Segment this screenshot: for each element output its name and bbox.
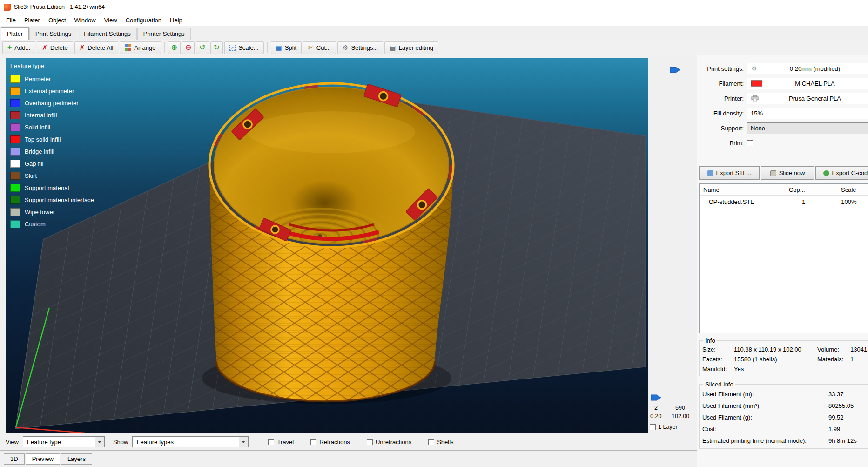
support-dropdown[interactable]: None — [747, 122, 868, 134]
menu-file[interactable]: File — [2, 14, 20, 26]
menu-view[interactable]: View — [100, 14, 121, 26]
slice-now-button[interactable]: Slice now — [761, 166, 814, 180]
retractions-label: Retractions — [319, 439, 350, 446]
legend-item-bridge-infill: Bridge infill — [10, 145, 94, 157]
sliced-info-group: Sliced Info Used Filament (m): 33.37 Use… — [699, 381, 868, 449]
object-list-header: Name Cop... Scale — [700, 184, 868, 196]
split-button[interactable]: ▦ Split — [271, 41, 302, 54]
3d-scene[interactable] — [6, 58, 648, 433]
legend-label: Solid infill — [25, 124, 50, 131]
legend-item-perimeter: Perimeter — [10, 73, 94, 85]
export-gcode-button[interactable]: Export G-code — [815, 166, 868, 180]
facets-value: 15580 (1 shells) — [734, 356, 817, 363]
shells-checkbox-box[interactable] — [428, 439, 434, 445]
layer-slider-upper-handle[interactable] — [670, 66, 681, 74]
one-layer-checkbox-box[interactable] — [650, 424, 656, 430]
legend-swatch — [10, 184, 20, 192]
legend-item-support-material: Support material — [10, 182, 94, 194]
scale-arrow-glyph: ↗ — [231, 45, 235, 50]
shells-checkbox[interactable]: Shells — [428, 439, 453, 446]
viewport-3d[interactable]: Feature type Perimeter External perimete… — [6, 58, 648, 433]
legend-title: Feature type — [10, 62, 94, 69]
retractions-checkbox-box[interactable] — [310, 439, 316, 445]
used-filament-mm3-label: Used Filament (mm³): — [702, 402, 828, 409]
menu-plater[interactable]: Plater — [20, 14, 44, 26]
menu-object[interactable]: Object — [44, 14, 70, 26]
sliced-row-filament-m: Used Filament (m): 33.37 — [702, 388, 868, 400]
tab-plater[interactable]: Plater — [1, 27, 29, 40]
tab-print-settings[interactable]: Print Settings — [29, 28, 77, 40]
window-title: Slic3r Prusa Edition - 1.41.2+win64 — [14, 4, 105, 10]
menubar: File Plater Object Window View Configura… — [0, 14, 868, 26]
menu-configuration[interactable]: Configuration — [121, 14, 166, 26]
add-instance-button[interactable]: ⊕ — [168, 41, 181, 54]
view-dropdown[interactable]: Feature type — [23, 436, 105, 447]
column-header-copies[interactable]: Cop... — [785, 184, 822, 195]
facets-label: Facets: — [702, 356, 734, 363]
scale-label: Scale... — [238, 44, 258, 51]
show-dropdown[interactable]: Feature types — [132, 436, 249, 447]
tab-preview[interactable]: Preview — [26, 453, 60, 465]
unretractions-checkbox[interactable]: Unretractions — [367, 439, 411, 446]
one-layer-checkbox[interactable]: 1 Layer — [650, 424, 678, 430]
tab-3d[interactable]: 3D — [4, 453, 25, 465]
remove-instance-button[interactable]: ⊖ — [182, 41, 195, 54]
layer-editing-button[interactable]: ▤ Layer editing — [384, 41, 438, 54]
menu-help[interactable]: Help — [166, 14, 187, 26]
menu-window[interactable]: Window — [70, 14, 100, 26]
legend-item-wipe-tower: Wipe tower — [10, 206, 94, 218]
layer-slider: 2 590 0.20 102.00 1 Layer — [648, 58, 697, 433]
retractions-checkbox[interactable]: Retractions — [310, 439, 350, 446]
settings-gear-icon: ⚙ — [343, 44, 349, 51]
delete-all-icon: ✗ — [80, 44, 85, 51]
delete-button[interactable]: ✗ Delete — [37, 41, 73, 54]
minimize-icon — [833, 7, 838, 7]
travel-checkbox[interactable]: Travel — [268, 439, 294, 446]
slice-now-icon — [770, 170, 776, 176]
unretractions-checkbox-box[interactable] — [367, 439, 373, 445]
layer-slider-lower-handle[interactable] — [651, 394, 662, 401]
tab-layers[interactable]: Layers — [61, 453, 92, 465]
delete-all-button[interactable]: ✗ Delete All — [74, 41, 119, 54]
scale-button[interactable]: ↗ Scale... — [224, 41, 263, 54]
toolbar-separator — [267, 42, 268, 53]
legend-swatch — [10, 111, 20, 119]
printer-dropdown[interactable]: Prusa General PLA — [747, 93, 868, 104]
travel-checkbox-box[interactable] — [268, 439, 274, 445]
column-header-scale[interactable]: Scale — [822, 184, 868, 195]
dropdown-arrow-icon[interactable] — [239, 437, 248, 447]
brim-checkbox[interactable] — [747, 140, 753, 146]
legend-item-external-perimeter: External perimeter — [10, 85, 94, 97]
print-settings-dropdown[interactable]: ⚙ 0.20mm (modified) — [747, 63, 868, 74]
tab-filament-settings[interactable]: Filament Settings — [78, 28, 136, 40]
minimize-button[interactable] — [825, 0, 846, 14]
legend-swatch — [10, 148, 20, 156]
split-icon: ▦ — [276, 44, 282, 51]
show-label: Show — [113, 439, 128, 446]
tab-printer-settings[interactable]: Printer Settings — [137, 28, 191, 40]
rotate-ccw-button[interactable]: ↺ — [196, 41, 209, 54]
arrange-button[interactable]: Arrange — [120, 41, 161, 54]
legend-label: Bridge infill — [25, 148, 54, 155]
cost-label: Cost: — [702, 426, 828, 433]
arrange-icon — [125, 44, 131, 51]
filament-dropdown[interactable]: MICHAEL PLA — [747, 78, 868, 89]
slic3r-window: Slic3r Prusa Edition - 1.41.2+win64 File… — [0, 0, 868, 467]
plater-sidebar: Print settings: ⚙ 0.20mm (modified) Fila… — [697, 55, 868, 467]
export-stl-button[interactable]: Export STL... — [699, 166, 760, 180]
plater-left-column: Feature type Perimeter External perimete… — [0, 55, 697, 467]
add-button[interactable]: + Add... — [2, 41, 35, 54]
cut-button[interactable]: ✂ Cut... — [303, 41, 336, 54]
dropdown-arrow-icon[interactable] — [95, 437, 104, 447]
maximize-button[interactable] — [846, 0, 867, 14]
rotate-cw-button[interactable]: ↻ — [210, 41, 223, 54]
cut-label: Cut... — [316, 44, 331, 51]
filament-row: Filament: MICHAEL PLA — [697, 76, 868, 91]
legend-item-gap-fill: Gap fill — [10, 157, 94, 169]
column-header-name[interactable]: Name — [700, 184, 785, 195]
legend-label: Perimeter — [25, 75, 51, 82]
fill-density-dropdown[interactable]: 15% — [747, 108, 868, 119]
object-row[interactable]: TOP-studded.STL 1 100% — [700, 196, 868, 208]
legend-label: Top solid infill — [25, 136, 61, 143]
settings-button[interactable]: ⚙ Settings... — [337, 41, 383, 54]
